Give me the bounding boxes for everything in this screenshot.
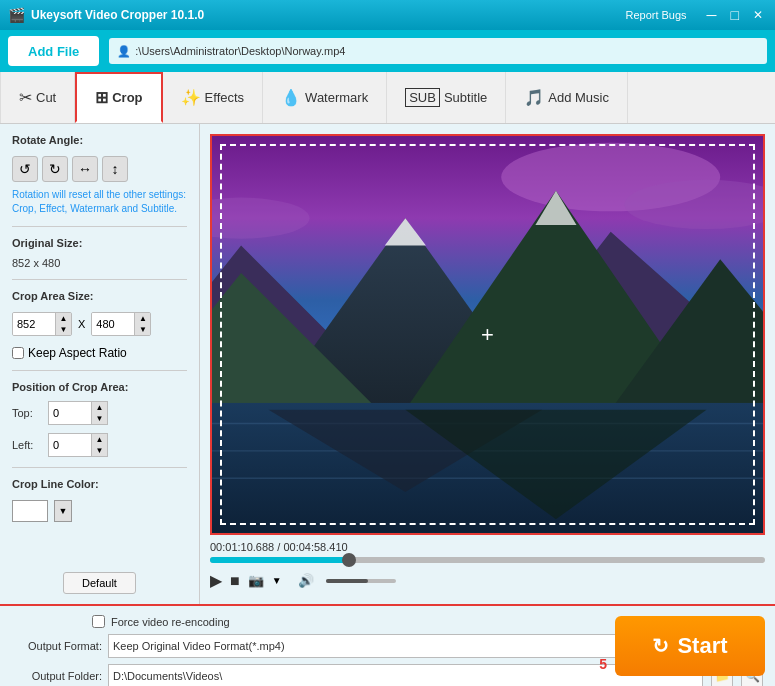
- tab-addmusic-label: Add Music: [548, 90, 609, 105]
- tab-effects[interactable]: ✨ Effects: [163, 72, 264, 123]
- stop-button[interactable]: ■: [230, 572, 240, 590]
- file-path-text: :\Users\Administrator\Desktop\Norway.mp4: [135, 45, 345, 57]
- top-down-button[interactable]: ▼: [91, 413, 107, 424]
- output-folder-value: D:\Documents\Videos\: [113, 670, 222, 682]
- subtitle-icon: SUB: [405, 88, 440, 107]
- tab-cut[interactable]: ✂ Cut: [0, 72, 75, 123]
- minimize-button[interactable]: ─: [703, 7, 721, 23]
- progress-fill: [210, 557, 349, 563]
- output-format-value: Keep Original Video Format(*.mp4): [113, 640, 632, 652]
- flip-vertical-button[interactable]: ↕: [102, 156, 128, 182]
- add-file-button[interactable]: Add File: [8, 36, 99, 66]
- window-controls: ─ □ ✕: [703, 7, 767, 23]
- rotate-angle-label: Rotate Angle:: [12, 134, 187, 146]
- addmusic-icon: 🎵: [524, 88, 544, 107]
- file-user-icon: 👤: [117, 45, 131, 58]
- red-number-badge-5: 5: [599, 656, 607, 672]
- start-button[interactable]: ↻ Start: [615, 616, 765, 676]
- crop-area-size-label: Crop Area Size:: [12, 290, 187, 302]
- flip-horizontal-button[interactable]: ↔: [72, 156, 98, 182]
- top-position-input[interactable]: [49, 405, 91, 421]
- crop-line-color-label: Crop Line Color:: [12, 478, 187, 490]
- title-bar: 🎬 Ukeysoft Video Cropper 10.1.0 Report B…: [0, 0, 775, 30]
- cut-icon: ✂: [19, 88, 32, 107]
- dropdown-icon: ▼: [272, 575, 282, 586]
- maximize-button[interactable]: □: [727, 7, 743, 23]
- tab-subtitle[interactable]: SUB Subtitle: [387, 72, 506, 123]
- divider-3: [12, 370, 187, 371]
- top-position-row: Top: ▲ ▼: [12, 401, 187, 425]
- position-label: Position of Crop Area:: [12, 381, 187, 393]
- original-size-value: 852 x 480: [12, 257, 187, 269]
- rotation-warning-text: Rotation will reset all the other settin…: [12, 188, 187, 216]
- left-label: Left:: [12, 439, 42, 451]
- tab-watermark-label: Watermark: [305, 90, 368, 105]
- progress-thumb[interactable]: [342, 553, 356, 567]
- left-position-input[interactable]: [49, 437, 91, 453]
- screenshot-button[interactable]: 📷: [248, 573, 264, 588]
- original-size-label: Original Size:: [12, 237, 187, 249]
- divider-1: [12, 226, 187, 227]
- tab-subtitle-label: Subtitle: [444, 90, 487, 105]
- playback-controls: ▶ ■ 📷 ▼ 🔊: [210, 571, 765, 590]
- rotate-controls: ↺ ↻ ↔ ↕: [12, 156, 187, 182]
- right-panel: + 2 00:01:10.688 / 00:04:58.410 ▶ ■ 📷 ▼ …: [200, 124, 775, 604]
- crop-width-input[interactable]: [13, 313, 55, 335]
- tab-crop[interactable]: ⊞ Crop: [75, 72, 162, 123]
- progress-bar[interactable]: [210, 557, 765, 563]
- output-format-box[interactable]: Keep Original Video Format(*.mp4) ▼: [108, 634, 637, 658]
- color-swatch[interactable]: [12, 500, 48, 522]
- nav-tabs: ✂ Cut ⊞ Crop ✨ Effects 💧 Watermark SUB S…: [0, 72, 775, 124]
- watermark-icon: 💧: [281, 88, 301, 107]
- tab-cut-label: Cut: [36, 90, 56, 105]
- crop-height-spinbox[interactable]: ▲ ▼: [91, 312, 151, 336]
- start-label: Start: [677, 633, 727, 659]
- crop-width-down-button[interactable]: ▼: [55, 324, 71, 335]
- app-title: Ukeysoft Video Cropper 10.1.0: [31, 8, 625, 22]
- crop-height-input[interactable]: [92, 313, 134, 335]
- report-bugs-link[interactable]: Report Bugs: [625, 9, 686, 21]
- left-down-button[interactable]: ▼: [91, 445, 107, 456]
- color-dropdown-button[interactable]: ▼: [54, 500, 72, 522]
- left-up-button[interactable]: ▲: [91, 434, 107, 445]
- rotate-left-button[interactable]: ↺: [12, 156, 38, 182]
- main-content: Rotate Angle: ↺ ↻ ↔ ↕ Rotation will rese…: [0, 124, 775, 604]
- divider-2: [12, 279, 187, 280]
- play-button[interactable]: ▶: [210, 571, 222, 590]
- divider-4: [12, 467, 187, 468]
- volume-icon: 🔊: [298, 573, 314, 588]
- app-icon: 🎬: [8, 7, 25, 23]
- output-folder-label: Output Folder:: [12, 670, 102, 682]
- keep-aspect-row: Keep Aspect Ratio: [12, 346, 187, 360]
- top-bar: Add File 👤 :\Users\Administrator\Desktop…: [0, 30, 775, 72]
- force-reencode-checkbox[interactable]: [92, 615, 105, 628]
- time-display: 00:01:10.688 / 00:04:58.410: [210, 541, 765, 553]
- output-folder-box[interactable]: D:\Documents\Videos\: [108, 664, 703, 686]
- rotate-right-button[interactable]: ↻: [42, 156, 68, 182]
- left-position-row: Left: ▲ ▼: [12, 433, 187, 457]
- crop-size-row: ▲ ▼ X ▲ ▼: [12, 312, 187, 336]
- effects-icon: ✨: [181, 88, 201, 107]
- crop-height-down-button[interactable]: ▼: [134, 324, 150, 335]
- bottom-section: Force video re-encoding Output Format: K…: [0, 604, 775, 686]
- tab-addmusic[interactable]: 🎵 Add Music: [506, 72, 628, 123]
- left-panel: Rotate Angle: ↺ ↻ ↔ ↕ Rotation will rese…: [0, 124, 200, 604]
- keep-aspect-checkbox[interactable]: [12, 347, 24, 359]
- volume-slider[interactable]: [326, 579, 396, 583]
- crop-icon: ⊞: [95, 88, 108, 107]
- crop-width-up-button[interactable]: ▲: [55, 313, 71, 324]
- color-row: ▼: [12, 500, 187, 522]
- top-label: Top:: [12, 407, 42, 419]
- top-up-button[interactable]: ▲: [91, 402, 107, 413]
- crosshair-icon: +: [481, 322, 494, 348]
- crop-width-spinbox[interactable]: ▲ ▼: [12, 312, 72, 336]
- output-format-label: Output Format:: [12, 640, 102, 652]
- crop-height-up-button[interactable]: ▲: [134, 313, 150, 324]
- file-path-display: 👤 :\Users\Administrator\Desktop\Norway.m…: [109, 38, 767, 64]
- default-button[interactable]: Default: [63, 572, 136, 594]
- volume-fill: [326, 579, 368, 583]
- start-refresh-icon: ↻: [652, 634, 669, 658]
- tab-watermark[interactable]: 💧 Watermark: [263, 72, 387, 123]
- close-button[interactable]: ✕: [749, 8, 767, 22]
- crop-x-label: X: [78, 318, 85, 330]
